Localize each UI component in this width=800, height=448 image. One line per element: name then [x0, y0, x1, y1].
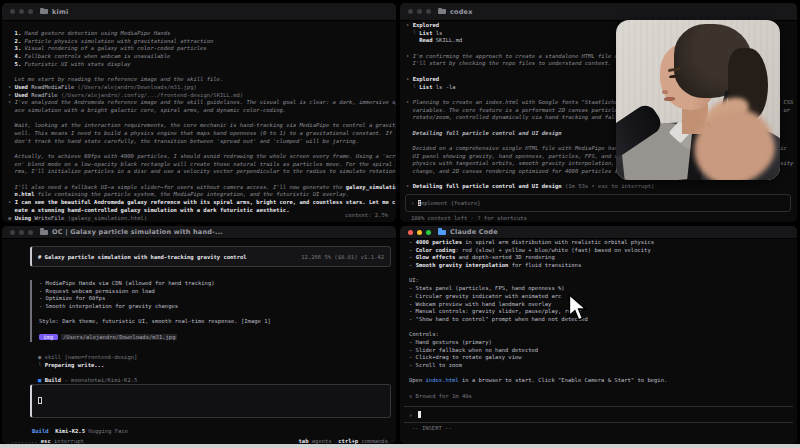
- zoom-button[interactable]: [28, 230, 33, 235]
- zoom-button[interactable]: [28, 9, 33, 14]
- zoom-button[interactable]: [426, 9, 431, 14]
- desktop: kimi 1. Hand gesture detection using Med…: [0, 0, 800, 448]
- model-bar: Build Kimi-K2.5 Hugging Face: [32, 428, 128, 436]
- text-cursor: [418, 411, 422, 417]
- kimi-titlebar[interactable]: kimi: [2, 3, 396, 21]
- traffic-lights: [408, 230, 431, 235]
- close-button[interactable]: [408, 9, 413, 14]
- person-nose-shadow: [662, 90, 668, 94]
- opencode-pane: OC | Galaxy particle simulation with han…: [2, 226, 396, 444]
- status-bar: 100% context left · ? for shortcuts: [411, 215, 527, 221]
- close-button[interactable]: [10, 230, 15, 235]
- session-stats: 12,266 5% ($0.01) v1.1.42: [301, 254, 384, 260]
- composer-input[interactable]: › Implement {feature}: [405, 194, 791, 212]
- prompt-chevron: ›: [411, 200, 418, 206]
- minimize-button[interactable]: [19, 230, 24, 235]
- pane-title: kimi: [52, 8, 68, 16]
- tool-activity: ● skill [name=frontend-design]└ Preparin…: [38, 354, 391, 385]
- folder-icon: [438, 9, 446, 14]
- composer-placeholder: mplement {feature}: [421, 200, 481, 206]
- context-indicator: context: 2.5%: [345, 212, 388, 218]
- folder-icon: [40, 230, 48, 235]
- zoom-button[interactable]: [426, 230, 431, 235]
- background-window-edge: [0, 444, 800, 448]
- session-title: # Galaxy particle simulation with hand-t…: [38, 254, 247, 260]
- minimize-button[interactable]: [19, 9, 24, 14]
- prompt-input[interactable]: [30, 384, 391, 418]
- claude-titlebar[interactable]: Claude Code: [400, 226, 797, 239]
- traffic-lights: [408, 9, 431, 14]
- minimize-button[interactable]: [417, 230, 422, 235]
- minimize-button[interactable]: [417, 9, 422, 14]
- claude-code-pane: Claude Code - 4000 particles in spiral a…: [400, 226, 797, 444]
- pane-title: Claude Code: [450, 228, 498, 236]
- close-button[interactable]: [408, 230, 413, 235]
- folder-icon: [438, 230, 446, 235]
- traffic-lights: [10, 230, 33, 235]
- vim-mode-indicator: -- INSERT --: [412, 425, 452, 431]
- pane-title: OC | Galaxy particle simulation with han…: [52, 228, 223, 236]
- close-button[interactable]: [10, 9, 15, 14]
- codex-titlebar[interactable]: codex: [400, 3, 797, 21]
- kimi-terminal-pane: kimi 1. Hand gesture detection using Med…: [2, 3, 396, 222]
- prompt-input[interactable]: ›: [404, 406, 793, 423]
- webcam-overlay: [616, 20, 780, 180]
- terminal-output: - 4000 particles in spiral arm distribut…: [409, 239, 795, 400]
- prompt-chevron: ›: [409, 412, 416, 418]
- opencode-titlebar[interactable]: OC | Galaxy particle simulation with han…: [2, 226, 396, 239]
- folder-icon: [40, 9, 48, 14]
- text-cursor: [38, 397, 42, 404]
- mouse-cursor-icon: [566, 294, 588, 323]
- user-message: - MediaPipe Hands via CDN (allowed for h…: [30, 280, 391, 342]
- session-header: # Galaxy particle simulation with hand-t…: [30, 246, 391, 267]
- traffic-lights: [10, 9, 33, 14]
- terminal-output: 1. Hand gesture detection using MediaPip…: [8, 30, 394, 222]
- pane-title: codex: [450, 8, 473, 16]
